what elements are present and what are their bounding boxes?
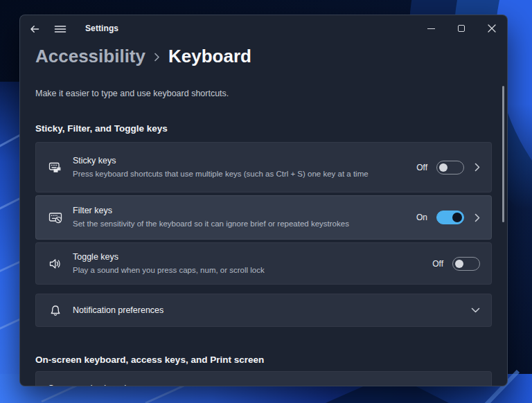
card-title: On-screen keyboard xyxy=(48,384,418,386)
toggle-knob xyxy=(439,163,447,172)
breadcrumb: Accessibility Keyboard xyxy=(35,46,251,67)
minimize-button[interactable] xyxy=(416,15,446,42)
filter-keys-icon xyxy=(48,210,63,225)
card-description: Set the sensitivity of the keyboard so i… xyxy=(73,218,395,229)
card-text: Toggle keys Play a sound when you press … xyxy=(73,252,432,276)
titlebar: Settings xyxy=(20,15,507,42)
card-notification-preferences[interactable]: Notification preferences xyxy=(35,294,492,327)
settings-cards: Sticky keys Press keyboard shortcuts tha… xyxy=(35,142,492,327)
breadcrumb-chevron-icon xyxy=(154,52,160,62)
card-title: Notification preferences xyxy=(73,305,457,315)
close-button[interactable] xyxy=(477,15,507,42)
toggle-knob xyxy=(452,213,462,222)
card-onscreen-keyboard[interactable]: On-screen keyboard Press the Windows log… xyxy=(35,371,492,386)
vertical-scrollbar-thumb[interactable] xyxy=(502,86,504,222)
sticky-keys-toggle[interactable] xyxy=(436,161,464,174)
toggle-state-label: On xyxy=(416,213,427,222)
section-header-onscreen: On-screen keyboard, access keys, and Pri… xyxy=(35,355,264,365)
card-controls xyxy=(471,307,480,313)
toggle-knob xyxy=(455,260,463,268)
chevron-right-icon[interactable] xyxy=(475,163,480,172)
back-arrow-icon xyxy=(29,24,40,35)
card-description: Play a sound when you press caps, num, o… xyxy=(73,265,395,276)
page-title: Keyboard xyxy=(168,46,251,67)
chevron-down-icon[interactable] xyxy=(471,307,480,313)
maximize-button[interactable] xyxy=(446,15,477,42)
card-toggle-keys[interactable]: Toggle keys Play a sound when you press … xyxy=(35,242,492,285)
hamburger-icon xyxy=(54,24,66,35)
card-description: Press keyboard shortcuts that use multip… xyxy=(73,168,395,179)
toggle-state-label: Off xyxy=(432,259,443,269)
close-icon xyxy=(488,24,496,33)
card-text: On-screen keyboard Press the Windows log… xyxy=(48,384,432,386)
toggle-state-label: Off xyxy=(416,163,427,172)
card-controls: Off xyxy=(416,161,480,174)
speaker-icon xyxy=(48,256,63,271)
section-header-sticky-filter-toggle: Sticky, Filter, and Toggle keys xyxy=(35,123,168,134)
back-button[interactable] xyxy=(25,19,44,39)
chevron-right-icon[interactable] xyxy=(475,213,480,222)
card-title: Sticky keys xyxy=(73,156,402,165)
card-sticky-keys[interactable]: Sticky keys Press keyboard shortcuts tha… xyxy=(35,142,492,192)
card-filter-keys[interactable]: Filter keys Set the sensitivity of the k… xyxy=(35,195,492,240)
page-subtitle: Make it easier to type and use keyboard … xyxy=(35,89,229,98)
settings-window: Settings Accessibility xyxy=(19,15,508,386)
card-title: Toggle keys xyxy=(73,252,418,262)
sticky-keys-icon xyxy=(48,160,63,175)
card-text: Sticky keys Press keyboard shortcuts tha… xyxy=(73,156,416,179)
breadcrumb-accessibility-link[interactable]: Accessibility xyxy=(35,46,145,67)
card-text: Filter keys Set the sensitivity of the k… xyxy=(73,206,416,229)
card-controls: Off xyxy=(432,257,480,271)
bell-icon xyxy=(48,303,63,318)
card-controls: On xyxy=(416,211,480,224)
card-text: Notification preferences xyxy=(73,305,471,315)
filter-keys-toggle[interactable] xyxy=(436,211,464,224)
maximize-icon xyxy=(458,25,465,32)
card-title: Filter keys xyxy=(73,206,402,215)
desktop: Settings Accessibility xyxy=(0,0,532,403)
navigation-menu-button[interactable] xyxy=(51,19,70,39)
toggle-keys-toggle[interactable] xyxy=(452,257,480,271)
minimize-icon xyxy=(427,28,435,29)
app-title: Settings xyxy=(85,15,118,42)
